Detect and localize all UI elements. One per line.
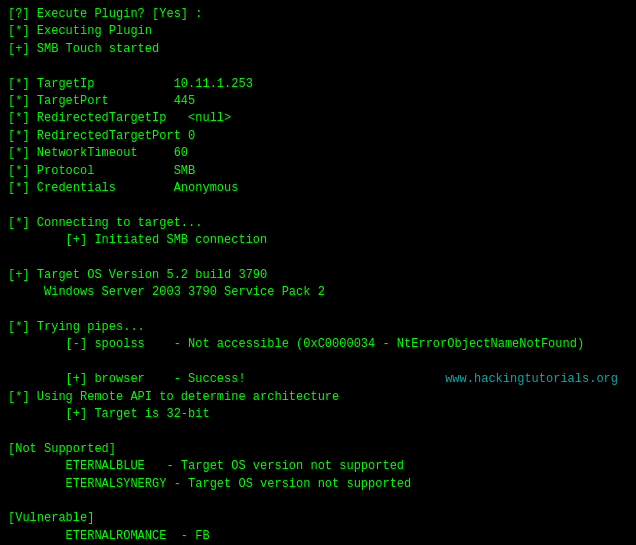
line-17 — [8, 302, 628, 319]
line-29: [Vulnerable] — [8, 510, 628, 527]
line-25: [Not Supported] — [8, 441, 628, 458]
line-19: [-] spoolss - Not accessible (0xC0000034… — [8, 336, 628, 353]
line-12: [*] Connecting to target... — [8, 215, 628, 232]
line-24 — [8, 423, 628, 440]
line-28 — [8, 493, 628, 510]
line-7: [*] RedirectedTargetPort 0 — [8, 128, 628, 145]
line-13: [+] Initiated SMB connection — [8, 232, 628, 249]
line-4: [*] TargetIp 10.11.1.253 — [8, 76, 628, 93]
line-6: [*] RedirectedTargetIp <null> — [8, 110, 628, 127]
line-26: ETERNALBLUE - Target OS version not supp… — [8, 458, 628, 475]
line-8: [*] NetworkTimeout 60 — [8, 145, 628, 162]
line-14 — [8, 249, 628, 266]
line-23: [+] Target is 32-bit — [8, 406, 628, 423]
line-5: [*] TargetPort 445 — [8, 93, 628, 110]
line-11 — [8, 197, 628, 214]
line-9: [*] Protocol SMB — [8, 163, 628, 180]
line-15: [+] Target OS Version 5.2 build 3790 — [8, 267, 628, 284]
line-21: [+] browser - Success!www.hackingtutoria… — [8, 371, 628, 388]
line-16: Windows Server 2003 3790 Service Pack 2 — [8, 284, 628, 301]
line-30: ETERNALROMANCE - FB — [8, 528, 628, 545]
line-10: [*] Credentials Anonymous — [8, 180, 628, 197]
line-18: [*] Trying pipes... — [8, 319, 628, 336]
watermark: www.hackingtutorials.org — [445, 371, 618, 388]
line-22: [*] Using Remote API to determine archit… — [8, 389, 628, 406]
line-3 — [8, 58, 628, 75]
line-20 — [8, 354, 628, 371]
terminal-window: [?] Execute Plugin? [Yes] : [*] Executin… — [0, 0, 636, 545]
line-0: [?] Execute Plugin? [Yes] : — [8, 6, 628, 23]
line-1: [*] Executing Plugin — [8, 23, 628, 40]
line-2: [+] SMB Touch started — [8, 41, 628, 58]
line-27: ETERNALSYNERGY - Target OS version not s… — [8, 476, 628, 493]
